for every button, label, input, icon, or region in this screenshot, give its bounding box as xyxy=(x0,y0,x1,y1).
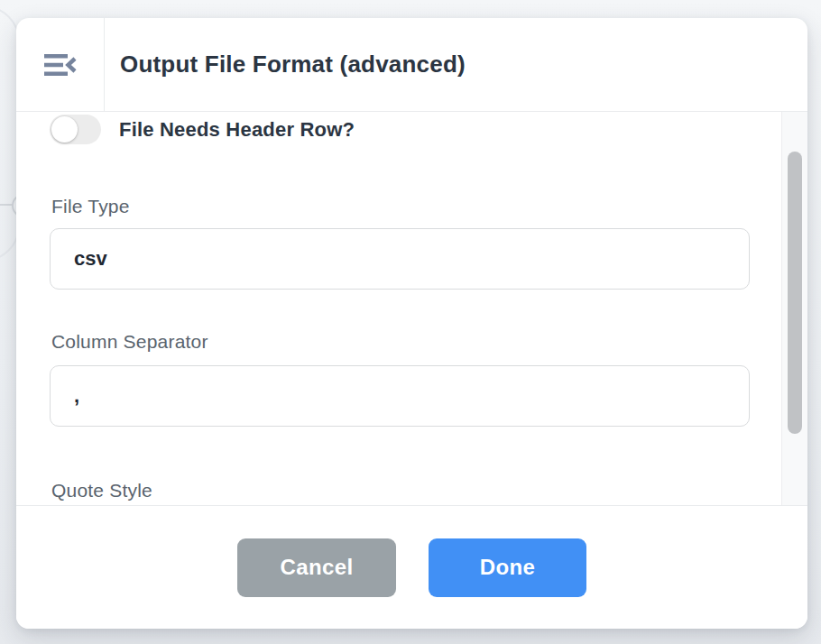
file-type-label: File Type xyxy=(51,196,130,217)
cancel-button[interactable]: Cancel xyxy=(237,538,396,597)
collapse-panel-button[interactable] xyxy=(16,18,105,111)
header-row-toggle-row: File Needs Header Row? xyxy=(50,115,355,144)
header-row-toggle-label: File Needs Header Row? xyxy=(119,118,355,142)
modal-body: File Needs Header Row? File Type Column … xyxy=(16,112,807,505)
done-button[interactable]: Done xyxy=(429,538,586,597)
column-separator-input[interactable] xyxy=(50,365,750,427)
scrollbar-track[interactable] xyxy=(781,112,807,505)
modal-header: Output File Format (advanced) xyxy=(16,18,807,112)
app-background: Output File Format (advanced) File Needs… xyxy=(0,0,821,644)
file-type-input[interactable] xyxy=(50,228,750,290)
scrollbar-thumb[interactable] xyxy=(788,152,802,434)
background-connector-line xyxy=(0,204,13,206)
header-row-toggle[interactable] xyxy=(50,115,101,144)
column-separator-label: Column Separator xyxy=(51,331,208,353)
output-file-format-modal: Output File Format (advanced) File Needs… xyxy=(16,18,807,629)
modal-title: Output File Format (advanced) xyxy=(105,18,466,111)
collapse-panel-icon xyxy=(43,52,78,78)
quote-style-label: Quote Style xyxy=(51,480,152,501)
toggle-knob xyxy=(51,116,78,143)
modal-footer: Cancel Done xyxy=(16,505,807,629)
